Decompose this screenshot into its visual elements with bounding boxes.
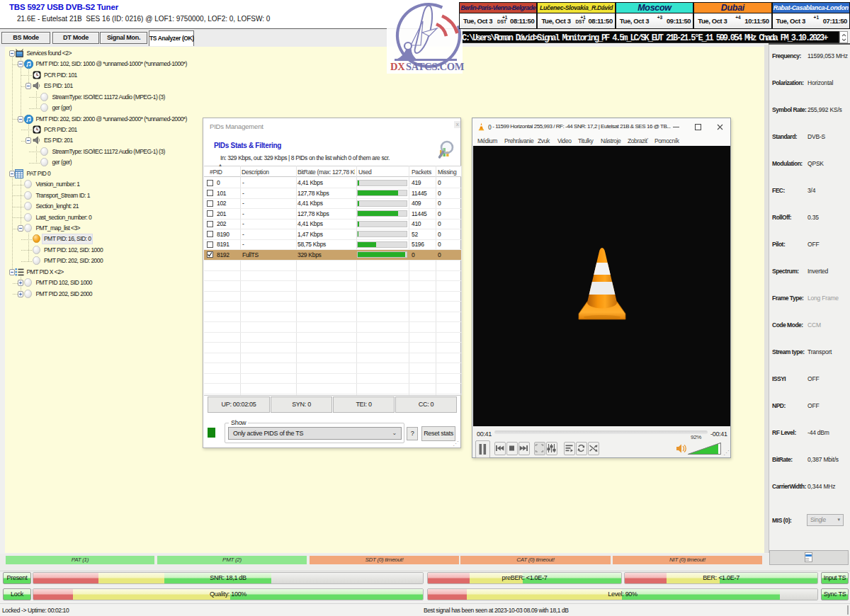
svg-text:SATCS.COM: SATCS.COM [406,61,465,72]
svg-text:DX: DX [390,61,405,72]
